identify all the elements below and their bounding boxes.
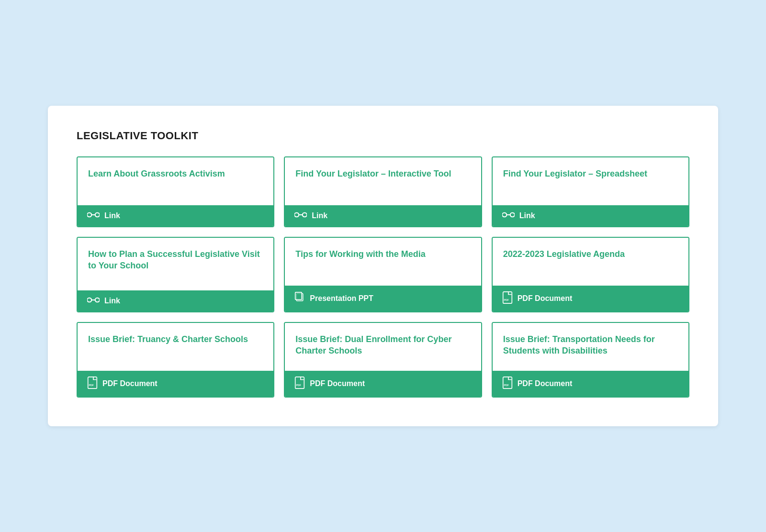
svg-text:PDF: PDF bbox=[504, 384, 508, 387]
card-title: Find Your Legislator – Interactive Tool bbox=[295, 168, 470, 179]
svg-text:PDF: PDF bbox=[296, 384, 301, 387]
card-title: How to Plan a Successful Legislative Vis… bbox=[88, 248, 263, 272]
pdf-icon: PDF bbox=[502, 377, 513, 391]
badge-label: Link bbox=[104, 211, 120, 220]
badge-label: Link bbox=[312, 211, 327, 220]
card-badge[interactable]: Link bbox=[285, 205, 481, 226]
svg-rect-21 bbox=[503, 377, 512, 388]
card-title-area: Issue Brief: Transportation Needs for St… bbox=[493, 323, 688, 371]
svg-rect-14 bbox=[295, 292, 302, 299]
toolkit-card-1[interactable]: Learn About Grassroots Activism Link bbox=[77, 156, 274, 227]
main-card: LEGISLATIVE TOOLKIT Learn About Grassroo… bbox=[48, 106, 718, 426]
card-title-area: Issue Brief: Truancy & Charter Schools bbox=[78, 323, 273, 371]
toolkit-card-2[interactable]: Find Your Legislator – Interactive Tool … bbox=[284, 156, 482, 227]
card-title: 2022-2023 Legislative Agenda bbox=[503, 248, 678, 260]
card-title-area: Find Your Legislator – Interactive Tool bbox=[285, 157, 481, 205]
badge-label: PDF Document bbox=[310, 379, 365, 388]
svg-rect-4 bbox=[303, 213, 307, 217]
svg-text:PDF: PDF bbox=[504, 299, 508, 301]
card-title: Tips for Working with the Media bbox=[295, 248, 470, 260]
card-badge[interactable]: Link bbox=[493, 205, 688, 226]
card-title-area: Issue Brief: Dual Enrollment for Cyber C… bbox=[285, 323, 481, 371]
pdf-icon: PDF bbox=[502, 291, 513, 306]
ppt-icon bbox=[294, 291, 305, 306]
toolkit-card-8[interactable]: Issue Brief: Dual Enrollment for Cyber C… bbox=[284, 322, 482, 398]
card-title: Learn About Grassroots Activism bbox=[88, 168, 263, 179]
card-title: Issue Brief: Truancy & Charter Schools bbox=[88, 333, 263, 345]
card-badge[interactable]: PDF PDF Document bbox=[285, 371, 481, 397]
card-title-area: Find Your Legislator – Spreadsheet bbox=[493, 157, 688, 205]
card-badge[interactable]: Link bbox=[78, 290, 273, 311]
card-title: Find Your Legislator – Spreadsheet bbox=[503, 168, 678, 179]
pdf-icon: PDF bbox=[294, 377, 305, 391]
toolkit-card-5[interactable]: Tips for Working with the Media Presenta… bbox=[284, 237, 482, 312]
toolkit-card-4[interactable]: How to Plan a Successful Legislative Vis… bbox=[77, 237, 274, 312]
card-title-area: How to Plan a Successful Legislative Vis… bbox=[78, 238, 273, 290]
card-title-area: 2022-2023 Legislative Agenda bbox=[493, 238, 688, 286]
svg-rect-0 bbox=[87, 213, 91, 217]
badge-label: PDF Document bbox=[518, 294, 573, 303]
svg-rect-17 bbox=[88, 377, 97, 388]
toolkit-grid: Learn About Grassroots Activism LinkFind… bbox=[77, 156, 689, 398]
link-icon bbox=[87, 211, 100, 221]
svg-rect-15 bbox=[503, 292, 512, 303]
card-badge[interactable]: Presentation PPT bbox=[285, 286, 481, 311]
card-badge[interactable]: PDF PDF Document bbox=[78, 371, 273, 397]
badge-label: PDF Document bbox=[518, 379, 573, 388]
toolkit-card-9[interactable]: Issue Brief: Transportation Needs for St… bbox=[492, 322, 689, 398]
card-title-area: Learn About Grassroots Activism bbox=[78, 157, 273, 205]
badge-label: Link bbox=[104, 297, 120, 305]
card-badge[interactable]: Link bbox=[78, 205, 273, 226]
badge-label: Link bbox=[519, 211, 535, 220]
svg-rect-1 bbox=[95, 213, 100, 217]
svg-rect-3 bbox=[294, 213, 299, 217]
toolkit-card-6[interactable]: 2022-2023 Legislative Agenda PDF PDF Doc… bbox=[492, 237, 689, 312]
svg-rect-10 bbox=[95, 298, 100, 302]
card-title: Issue Brief: Dual Enrollment for Cyber C… bbox=[295, 333, 470, 357]
card-badge[interactable]: PDF PDF Document bbox=[493, 286, 688, 311]
svg-rect-9 bbox=[87, 298, 91, 302]
card-title-area: Tips for Working with the Media bbox=[285, 238, 481, 286]
badge-label: PDF Document bbox=[102, 379, 158, 388]
pdf-icon: PDF bbox=[87, 377, 98, 391]
card-badge[interactable]: PDF PDF Document bbox=[493, 371, 688, 397]
svg-rect-19 bbox=[295, 377, 304, 388]
page-title: LEGISLATIVE TOOLKIT bbox=[77, 130, 689, 142]
svg-rect-7 bbox=[510, 213, 514, 217]
toolkit-card-7[interactable]: Issue Brief: Truancy & Charter Schools P… bbox=[77, 322, 274, 398]
card-title: Issue Brief: Transportation Needs for St… bbox=[503, 333, 678, 357]
toolkit-card-3[interactable]: Find Your Legislator – Spreadsheet Link bbox=[492, 156, 689, 227]
svg-text:PDF: PDF bbox=[89, 384, 94, 387]
badge-label: Presentation PPT bbox=[310, 294, 373, 303]
link-icon bbox=[294, 211, 307, 221]
link-icon bbox=[87, 296, 100, 306]
svg-rect-6 bbox=[502, 213, 507, 217]
link-icon bbox=[502, 211, 515, 221]
